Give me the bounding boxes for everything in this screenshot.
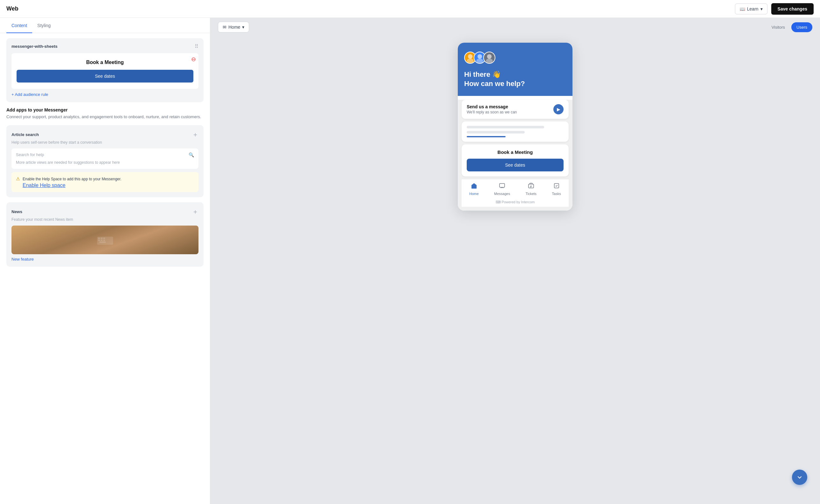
chevron-down-icon: ▾ [760,6,763,11]
nav-item-home[interactable]: Home [469,183,478,196]
tab-visitors[interactable]: Visitors [766,22,790,32]
article-search-title: Article search [11,132,39,137]
tickets-nav-icon [528,183,534,191]
warning-icon: ⚠ [16,176,20,181]
article-search-card: Article search ＋ Help users self-serve b… [6,125,204,198]
messenger-header: Hi there 👋 How can we help? [458,43,572,96]
save-changes-button[interactable]: Save changes [771,3,814,15]
add-audience-rule-link[interactable]: + Add audience rule [11,92,48,97]
app-title: Web [6,5,18,12]
preview-topbar: ✉ Home ▾ Visitors Users [210,18,820,36]
topnav-actions: 📖 Learn ▾ Save changes [735,3,814,15]
svg-point-9 [467,59,473,63]
add-article-icon[interactable]: ＋ [192,130,198,139]
nav-label-tasks: Tasks [552,192,561,196]
tasks-nav-icon [553,183,560,191]
nav-item-messages[interactable]: Messages [494,183,510,196]
article-search-header: Article search ＋ [11,130,198,139]
news-card-header: News ＋ [11,207,198,216]
svg-point-13 [486,59,493,63]
nav-item-tasks[interactable]: Tasks [552,183,561,196]
keyboard-image-icon [96,234,115,246]
add-apps-title: Add apps to your Messenger [6,107,204,112]
svg-rect-4 [98,240,100,241]
svg-point-12 [487,54,492,59]
article-search-desc: Help users self-serve before they start … [11,140,198,145]
tab-styling[interactable]: Styling [32,18,56,33]
skeleton-line-2 [467,131,525,133]
warning-content: Enable the Help Space to add this app to… [23,176,121,188]
meeting-card-title: Book a Meeting [17,60,193,65]
svg-point-10 [478,54,482,59]
svg-rect-6 [103,240,105,241]
fab-button[interactable] [792,470,807,485]
top-navbar: Web 📖 Learn ▾ Save changes [0,0,820,18]
see-dates-button[interactable]: See dates [17,70,193,83]
card-header: messenger-with-sheets ⠿ [11,43,198,49]
messages-nav-icon [499,183,505,191]
phone-frame: Hi there 👋 How can we help? Send us a me… [458,43,572,211]
svg-rect-3 [103,238,105,239]
nav-label-messages: Messages [494,192,510,196]
left-panel: Content Styling messenger-with-sheets ⠿ … [0,18,210,504]
home-dropdown-chevron: ▾ [242,25,244,30]
skeleton-card [462,121,569,142]
enable-help-space-link[interactable]: Enable Help space [23,183,121,188]
send-arrow-icon[interactable]: ▶ [553,104,564,114]
svg-rect-2 [101,238,103,239]
learn-button[interactable]: 📖 Learn ▾ [735,4,767,14]
add-apps-description: Connect your support, product analytics,… [6,114,204,120]
send-message-subtitle: We'll reply as soon as we can [467,110,517,114]
avatar-row [464,52,566,64]
meeting-inner-card: ⊖ Book a Meeting See dates [11,53,198,89]
book-icon: 📖 [740,6,745,11]
main-layout: Content Styling messenger-with-sheets ⠿ … [0,18,820,504]
home-dropdown-label: Home [228,25,240,30]
home-dropdown[interactable]: ✉ Home ▾ [218,22,249,32]
see-dates-preview-button[interactable]: See dates [467,159,564,171]
news-card-title: News [11,209,22,214]
search-preview-box: Search for help 🔍 More article views are… [11,148,198,169]
send-message-card[interactable]: Send us a message We'll reply as soon as… [462,100,569,119]
tab-users[interactable]: Users [791,22,812,32]
svg-rect-14 [500,184,505,187]
news-thumbnail [11,226,198,254]
add-news-icon[interactable]: ＋ [192,207,198,216]
card-title: messenger-with-sheets [11,44,58,49]
right-panel: ✉ Home ▾ Visitors Users [210,18,820,504]
greeting-text: Hi there 👋 How can we help? [464,70,566,88]
search-icon: 🔍 [189,152,194,157]
svg-rect-1 [98,238,100,239]
warning-box: ⚠ Enable the Help Space to add this app … [11,172,198,192]
warning-message: Enable the Help Space to add this app to… [23,177,121,181]
send-message-title: Send us a message [467,104,517,109]
new-feature-label: New feature [11,257,198,262]
powered-by: ⌨ Powered by Intercom [462,198,569,207]
search-hint-text: More article views are needed for sugges… [16,160,120,165]
drag-icon[interactable]: ⠿ [195,43,198,49]
news-card-desc: Feature your most recent News item [11,217,198,222]
meeting-preview-card: Book a Meeting See dates [462,144,569,176]
svg-rect-7 [99,241,106,243]
left-content-area: messenger-with-sheets ⠿ ⊖ Book a Meeting… [0,33,210,277]
meeting-preview-title: Book a Meeting [467,149,564,155]
svg-point-8 [468,54,472,59]
nav-label-home: Home [469,192,478,196]
skeleton-line-1 [467,126,544,128]
remove-icon[interactable]: ⊖ [191,56,196,63]
search-input-row: Search for help 🔍 [16,152,194,157]
home-nav-icon [471,183,477,191]
skeleton-progress [467,136,506,137]
svg-point-11 [476,59,483,63]
home-dropdown-icon: ✉ [223,25,227,30]
preview-tabs: Visitors Users [766,22,812,32]
nav-item-tickets[interactable]: Tickets [526,183,536,196]
messenger-card: messenger-with-sheets ⠿ ⊖ Book a Meeting… [6,38,204,102]
add-apps-section: Add apps to your Messenger Connect your … [6,107,204,120]
svg-rect-5 [101,240,103,241]
send-message-text: Send us a message We'll reply as soon as… [467,104,517,114]
preview-area: Hi there 👋 How can we help? Send us a me… [210,36,820,504]
search-placeholder-text: Search for help [16,152,44,157]
tab-content[interactable]: Content [6,18,32,33]
powered-icon: ⌨ [496,200,502,204]
